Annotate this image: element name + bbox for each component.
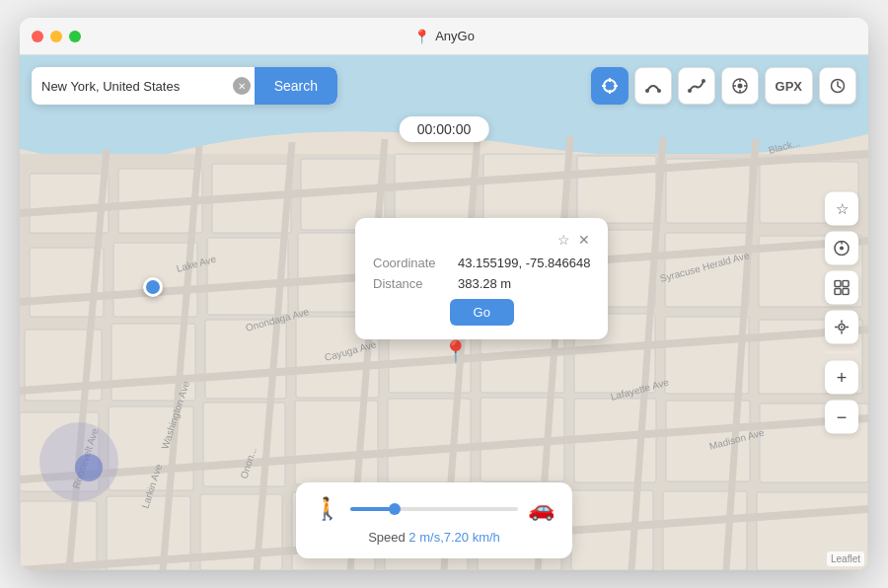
speed-slider-thumb <box>389 503 401 515</box>
titlebar: 📍 AnyGo <box>20 18 868 55</box>
svg-rect-6 <box>395 154 474 228</box>
close-button[interactable] <box>32 31 43 42</box>
crosshair-btn[interactable] <box>591 67 629 105</box>
history-btn[interactable] <box>819 67 856 105</box>
joystick-mode-btn[interactable] <box>721 67 759 105</box>
leaflet-badge: Leaflet <box>827 551 864 566</box>
location-info-popup: ☆ ✕ Coordinate 43.155199, -75.846648 Dis… <box>355 218 608 339</box>
car-icon: 🚗 <box>528 496 555 522</box>
map-container[interactable]: Lake Ave Onondaga Ave Cayuga Ave Oswego … <box>20 55 868 570</box>
search-clear-button[interactable]: ✕ <box>233 77 251 95</box>
zoom-in-btn[interactable]: + <box>825 361 858 395</box>
route-btn[interactable] <box>634 67 672 105</box>
minimize-button[interactable] <box>50 31 62 42</box>
favorite-btn[interactable]: ☆ <box>825 192 858 226</box>
distance-row: Distance 383.28 m <box>373 276 590 291</box>
top-bar: ✕ Search <box>32 67 856 105</box>
destination-pin: 📍 <box>442 339 469 365</box>
app-window: 📍 AnyGo <box>20 18 868 570</box>
svg-rect-38 <box>20 501 97 570</box>
svg-rect-97 <box>843 289 849 295</box>
svg-rect-95 <box>843 281 849 287</box>
distance-value: 383.28 m <box>458 276 511 291</box>
popup-close-btn[interactable]: ✕ <box>578 232 590 248</box>
title-text: AnyGo <box>435 29 475 43</box>
speed-text: Speed 2 m/s,7.20 km/h <box>314 530 555 545</box>
speed-slider-fill <box>350 507 393 511</box>
speed-panel: 🚶 🚗 Speed 2 m/s,7.20 km/h <box>296 482 572 558</box>
svg-point-92 <box>840 247 844 251</box>
compass-btn[interactable] <box>825 232 858 265</box>
search-input[interactable] <box>32 79 233 94</box>
coordinate-label: Coordinate <box>373 256 442 270</box>
gpx-btn[interactable]: GPX <box>765 67 813 105</box>
svg-point-83 <box>702 79 705 83</box>
multi-route-btn[interactable] <box>678 67 715 105</box>
pin-icon: 📍 <box>413 29 430 44</box>
search-button[interactable]: Search <box>255 67 337 105</box>
speed-slider[interactable] <box>350 507 518 511</box>
svg-point-85 <box>737 84 742 89</box>
svg-point-80 <box>645 89 649 93</box>
svg-rect-45 <box>663 491 747 570</box>
maximize-button[interactable] <box>69 31 81 42</box>
joystick-control[interactable] <box>39 422 118 501</box>
svg-rect-7 <box>483 154 567 223</box>
coordinate-row: Coordinate 43.155199, -75.846648 <box>373 256 590 270</box>
zoom-out-btn[interactable]: − <box>825 401 858 434</box>
popup-favorite-btn[interactable]: ☆ <box>557 232 570 248</box>
go-button[interactable]: Go <box>450 299 514 326</box>
joystick-inner <box>75 454 103 481</box>
svg-rect-94 <box>835 281 841 287</box>
timer-display: 00:00:00 <box>400 116 489 142</box>
popup-header: ☆ ✕ <box>373 232 590 248</box>
distance-label: Distance <box>373 276 442 291</box>
gpx-label: GPX <box>776 79 802 94</box>
svg-point-81 <box>657 89 661 93</box>
speed-value: 2 m/s,7.20 km/h <box>408 530 499 545</box>
toolbar-divider <box>825 352 858 353</box>
window-title: 📍 AnyGo <box>413 29 475 44</box>
right-toolbar: ☆ <box>825 192 858 434</box>
location-center-btn[interactable] <box>825 311 858 344</box>
svg-rect-96 <box>835 289 841 295</box>
walk-icon: 🚶 <box>314 496 340 522</box>
map-type-btn[interactable] <box>825 271 858 305</box>
traffic-lights <box>32 31 81 42</box>
speed-icons-row: 🚶 🚗 <box>314 496 555 522</box>
coordinate-value: 43.155199, -75.846648 <box>458 256 590 270</box>
svg-point-99 <box>841 327 843 329</box>
search-container: ✕ Search <box>32 67 337 105</box>
current-location-marker <box>143 277 163 297</box>
toolbar-right: GPX <box>591 67 856 105</box>
speed-label: Speed <box>368 530 406 545</box>
svg-point-82 <box>688 89 692 93</box>
